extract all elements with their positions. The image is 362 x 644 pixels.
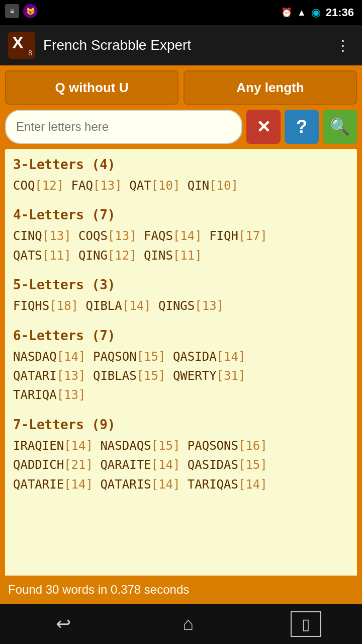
data-icon: ◉ [311, 6, 321, 19]
word-group: 5-Letters (3)FIQHS[18] QIBLA[14] QINGS[1… [13, 277, 349, 315]
status-notifications: ≡ 😺 [5, 4, 37, 18]
menu-button[interactable]: ⋮ [332, 33, 354, 58]
word-group: 4-Letters (7)CINQ[13] COQS[13] FAQS[14] … [13, 207, 349, 265]
search-button[interactable]: 🔍 [323, 110, 357, 144]
group-header: 3-Letters (4) [13, 157, 349, 172]
word-score: [18] [49, 299, 78, 313]
word: QASIDA [173, 350, 217, 364]
word: IRAQIEN [13, 439, 64, 453]
word: TARIQAS [188, 477, 238, 492]
word: NASDAQS [100, 439, 151, 453]
word: QADDICH [13, 458, 64, 472]
word-score: [14] [122, 299, 151, 313]
search-row: ✕ ? 🔍 [5, 110, 357, 144]
group-header: 5-Letters (3) [13, 277, 349, 292]
word-score: [14] [64, 439, 93, 453]
word-score: [31] [217, 369, 246, 383]
group-header: 7-Letters (9) [13, 417, 349, 432]
word-score: [15] [238, 458, 267, 472]
word: TARIQA [13, 388, 57, 402]
word: FAQ [71, 179, 93, 193]
word-line: QADDICH[21] QARAITE[14] QASIDAS[15] [13, 455, 349, 474]
word: FAQS [144, 229, 173, 243]
word-score: [14] [238, 477, 267, 492]
word: QIN [188, 179, 209, 193]
any-length-button[interactable]: Any length [184, 70, 357, 105]
word-score: [13] [57, 369, 86, 383]
word-line: QATS[11] QING[12] QINS[11] [13, 246, 349, 265]
word: QIBLA [86, 299, 122, 313]
word-score: [14] [151, 458, 180, 472]
word: QING [78, 249, 108, 263]
bottom-status-bar: Found 30 words in 0.378 seconds [0, 576, 362, 604]
back-button[interactable]: ↩ [41, 608, 86, 639]
word-score: [14] [173, 229, 202, 243]
word-score: [15] [151, 439, 180, 453]
clear-icon: ✕ [256, 117, 270, 137]
word-line: IRAQIEN[14] NASDAQS[15] PAQSONS[16] [13, 436, 349, 455]
word: QAT [129, 179, 151, 193]
word-score: [13] [195, 299, 224, 313]
word: QATARIE [13, 477, 64, 492]
word-score: [15] [137, 369, 166, 383]
group-header: 4-Letters (7) [13, 207, 349, 222]
word-line: COQ[12] FAQ[13] QAT[10] QIN[10] [13, 176, 349, 195]
word: QATS [13, 249, 42, 263]
word-score: [15] [137, 350, 166, 364]
status-text: Found 30 words in 0.378 seconds [8, 583, 189, 597]
search-input[interactable] [5, 110, 242, 144]
word: COQS [78, 229, 108, 243]
word-score: [10] [209, 179, 238, 193]
word: QIBLAS [93, 369, 137, 383]
word: FIQHS [13, 299, 49, 313]
app-logo: X 8 [8, 32, 35, 59]
word-line: NASDAQ[14] PAQSON[15] QASIDA[14] [13, 347, 349, 366]
word-score: [21] [64, 458, 93, 472]
word-score: [13] [93, 179, 122, 193]
word-line: CINQ[13] COQS[13] FAQS[14] FIQH[17] [13, 226, 349, 246]
help-icon: ? [296, 116, 307, 137]
word-line: FIQHS[18] QIBLA[14] QINGS[13] [13, 296, 349, 315]
filter-buttons: Q without U Any length [5, 70, 357, 105]
q-without-u-button[interactable]: Q without U [5, 70, 178, 105]
word: QWERTY [173, 369, 217, 383]
home-button[interactable]: ⌂ [168, 608, 209, 639]
results-area: 3-Letters (4)COQ[12] FAQ[13] QAT[10] QIN… [5, 149, 357, 582]
word-score: [13] [42, 229, 71, 243]
word-group: 7-Letters (9)IRAQIEN[14] NASDAQS[15] PAQ… [13, 417, 349, 494]
word-score: [14] [151, 477, 180, 492]
alarm-icon: ⏰ [281, 7, 292, 18]
word-line: QATARIE[14] QATARIS[14] TARIQAS[14] [13, 475, 349, 494]
word-score: [11] [42, 249, 71, 263]
word: QINGS [158, 299, 195, 313]
word-group: 3-Letters (4)COQ[12] FAQ[13] QAT[10] QIN… [13, 157, 349, 195]
logo-letter: X [12, 34, 24, 51]
word: PAQSONS [188, 439, 238, 453]
word-group: 6-Letters (7)NASDAQ[14] PAQSON[15] QASID… [13, 328, 349, 405]
word-score: [13] [108, 229, 137, 243]
help-button[interactable]: ? [285, 110, 319, 144]
app-title: French Scrabble Expert [43, 37, 332, 53]
recent-button[interactable]: ▯ [291, 611, 321, 637]
word-score: [12] [108, 249, 137, 263]
word: FIQH [209, 229, 238, 243]
word: PAQSON [93, 350, 137, 364]
word: COQ [13, 179, 35, 193]
navigation-bar: ↩ ⌂ ▯ [0, 604, 362, 644]
signal-icon: ▲ [297, 8, 306, 18]
word-score: [13] [57, 388, 86, 402]
title-bar: X 8 French Scrabble Expert ⋮ [0, 25, 362, 65]
word-score: [12] [35, 179, 64, 193]
word-score: [10] [151, 179, 180, 193]
word-score: [11] [173, 249, 202, 263]
status-bar: ≡ 😺 ⏰ ▲ ◉ 21:36 [0, 0, 362, 25]
search-icon: 🔍 [330, 117, 350, 136]
word: CINQ [13, 229, 42, 243]
clear-button[interactable]: ✕ [246, 110, 281, 144]
word-score: [17] [238, 229, 267, 243]
word: NASDAQ [13, 350, 57, 364]
word: QASIDAS [188, 458, 238, 472]
word: QATARI [13, 369, 57, 383]
word-line: QATARI[13] QIBLAS[15] QWERTY[31] [13, 366, 349, 385]
main-content: Q without U Any length ✕ ? 🔍 3-Letters (… [0, 65, 362, 587]
